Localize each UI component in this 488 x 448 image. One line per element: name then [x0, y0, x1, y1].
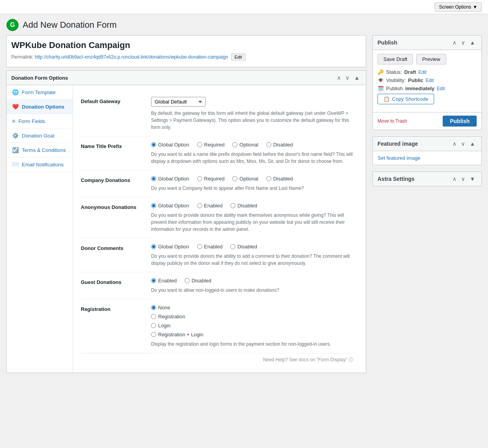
registration-registration-login[interactable]: Registration + Login	[151, 332, 358, 337]
anonymous-donations-disabled[interactable]: Disabled	[230, 203, 257, 209]
company-donations-options: Global Option Required Optional	[151, 176, 358, 182]
registration-login[interactable]: Login	[151, 323, 358, 328]
sidebar-item-form-fields[interactable]: ≡ Form Fields	[7, 114, 73, 129]
screen-options-label: Screen Options	[439, 4, 471, 10]
field-anonymous-donations: Anonymous Donations Global Option	[81, 197, 358, 238]
status-edit-link[interactable]: Edit	[419, 70, 427, 75]
publish-time-icon: 🗓️	[378, 86, 384, 91]
name-title-prefix-optional[interactable]: Optional	[232, 142, 258, 148]
form-fields-icon: ≡	[12, 118, 15, 124]
metabox-body: 🌐 Form Template ❤️ Donation Options ≡ Fo…	[7, 85, 366, 373]
terms-conditions-icon: ☑️	[12, 147, 19, 153]
anonymous-donations-options: Global Option Enabled Disabled	[151, 203, 358, 209]
copy-shortcode-label: Copy Shortcode	[392, 96, 428, 102]
guest-donations-label: Guest Donations	[81, 272, 151, 299]
screen-options-arrow: ▼	[473, 4, 477, 10]
company-donations-optional[interactable]: Optional	[232, 176, 258, 182]
wpkube-logo-icon: G	[6, 19, 19, 31]
publish-action-row: Save Draft Preview	[378, 54, 477, 64]
donor-comments-disabled[interactable]: Disabled	[230, 244, 257, 250]
page-title: Add New Donation Form	[23, 20, 117, 30]
publish-button[interactable]: Publish	[443, 116, 477, 127]
visibility-value: Public	[408, 77, 423, 83]
title-box: Permalink: http://charity.urld0b9acl-xmz…	[6, 35, 366, 67]
field-registration: Registration None Registration	[81, 299, 358, 353]
company-donations-description: Do you want a Company field to appear af…	[151, 185, 358, 192]
help-row: Need Help? See docs on "Form Display" ⓘ	[81, 353, 358, 366]
astra-toggle[interactable]: ▼	[468, 175, 477, 183]
donor-comments-global-option[interactable]: Global Option	[151, 244, 189, 250]
permalink-label: Permalink:	[11, 54, 34, 60]
publish-collapse-down[interactable]: ∨	[460, 39, 467, 46]
visibility-icon: 👁️	[378, 77, 384, 83]
donation-options-sidebar-nav: 🌐 Form Template ❤️ Donation Options ≡ Fo…	[7, 85, 73, 373]
screen-options-button[interactable]: Screen Options ▼	[435, 2, 482, 12]
sidebar-item-donation-goal[interactable]: ⚙️ Donation Goal	[7, 129, 73, 143]
default-gateway-select[interactable]: Global Default Stripe PayPal	[151, 97, 206, 107]
donor-comments-enabled[interactable]: Enabled	[197, 244, 223, 250]
metabox-controls: ∧ ∨ ▲	[335, 74, 361, 82]
astra-settings-controls: ∧ ∨ ▼	[451, 175, 477, 183]
publish-time-value: immediately	[405, 86, 435, 91]
name-title-prefix-disabled[interactable]: Disabled	[266, 142, 293, 148]
anonymous-donations-enabled[interactable]: Enabled	[197, 203, 223, 209]
registration-none[interactable]: None	[151, 305, 358, 311]
anonymous-donations-description: Do you want to provide donors the abilit…	[151, 212, 358, 233]
company-donations-disabled[interactable]: Disabled	[266, 176, 293, 182]
donation-goal-icon: ⚙️	[12, 132, 19, 139]
form-options-content: Default Gateway Global Default Stripe Pa…	[73, 85, 366, 373]
company-donations-global-option[interactable]: Global Option	[151, 176, 189, 182]
sidebar-item-form-fields-label: Form Fields	[18, 118, 45, 124]
status-label: Status:	[386, 69, 402, 75]
permalink-edit-button[interactable]: Edit	[231, 54, 246, 61]
name-title-prefix-description: Do you want to add a name title prefix d…	[151, 151, 358, 165]
set-featured-image-link[interactable]: Set featured image	[378, 155, 420, 161]
permalink-link[interactable]: http://charity.urld0b9acl-xmz4qd97x62o.p…	[35, 54, 228, 60]
visibility-edit-link[interactable]: Edit	[426, 78, 434, 83]
registration-registration[interactable]: Registration	[151, 314, 358, 319]
name-title-prefix-required[interactable]: Required	[197, 142, 225, 148]
publish-toggle[interactable]: ▲	[468, 39, 477, 46]
fi-collapse-up[interactable]: ∧	[451, 140, 458, 148]
astra-collapse-down[interactable]: ∨	[460, 175, 467, 183]
sidebar-item-donation-options[interactable]: ❤️ Donation Options	[7, 100, 73, 114]
form-title-input[interactable]	[11, 39, 361, 52]
default-gateway-content: Global Default Stripe PayPal By default,…	[151, 91, 358, 136]
save-draft-button[interactable]: Save Draft	[378, 54, 413, 64]
help-link[interactable]: Need Help? See docs on "Form Display" ⓘ	[263, 357, 353, 362]
guest-donations-enabled[interactable]: Enabled	[151, 278, 177, 284]
collapse-up-button[interactable]: ∧	[335, 74, 342, 82]
content-area: Permalink: http://charity.urld0b9acl-xmz…	[6, 35, 366, 379]
sidebar-item-email-notifications[interactable]: ✉️ Email Notifications	[7, 157, 73, 172]
anonymous-donations-global-option[interactable]: Global Option	[151, 203, 189, 209]
sidebar-item-form-template-label: Form Template	[22, 89, 55, 95]
name-title-prefix-content: Global Option Required Optional	[151, 136, 358, 170]
toggle-button[interactable]: ▲	[353, 74, 361, 82]
publish-time-edit-link[interactable]: Edit	[437, 86, 445, 91]
donation-form-options-metabox: Donation Form Options ∧ ∨ ▲ 🌐 Form Templ…	[6, 70, 366, 373]
metabox-title: Donation Form Options	[11, 75, 68, 81]
fi-collapse-down[interactable]: ∨	[460, 140, 467, 148]
astra-settings-box: Astra Settings ∧ ∨ ▼	[372, 171, 482, 186]
name-title-prefix-global-option[interactable]: Global Option	[151, 142, 189, 148]
company-donations-required[interactable]: Required	[197, 176, 225, 182]
name-title-prefix-label: Name Title Prefix	[81, 136, 151, 170]
preview-button[interactable]: Preview	[416, 54, 446, 64]
astra-collapse-up[interactable]: ∧	[451, 175, 458, 183]
sidebar-item-form-template[interactable]: 🌐 Form Template	[7, 85, 73, 100]
sidebar-item-terms-conditions-label: Terms & Conditions	[22, 147, 66, 153]
publish-collapse-up[interactable]: ∧	[451, 39, 458, 46]
page-header: G Add New Donation Form	[0, 14, 488, 35]
sidebar-item-terms-conditions[interactable]: ☑️ Terms & Conditions	[7, 143, 73, 157]
collapse-down-button[interactable]: ∨	[344, 74, 351, 82]
donor-comments-content: Global Option Enabled Disabled	[151, 238, 358, 272]
guest-donations-description: Do you want to allow non-logged-in users…	[151, 287, 358, 294]
guest-donations-disabled[interactable]: Disabled	[185, 278, 212, 284]
anonymous-donations-label: Anonymous Donations	[81, 197, 151, 238]
move-to-trash-link[interactable]: Move to Trash	[378, 118, 407, 124]
copy-shortcode-button[interactable]: 📋 Copy Shortcode	[378, 94, 434, 104]
registration-options: None Registration Login	[151, 305, 358, 337]
field-guest-donations: Guest Donations Enabled Disabled	[81, 272, 358, 299]
fi-toggle[interactable]: ▲	[468, 140, 477, 148]
permalink-row: Permalink: http://charity.urld0b9acl-xmz…	[11, 52, 361, 64]
